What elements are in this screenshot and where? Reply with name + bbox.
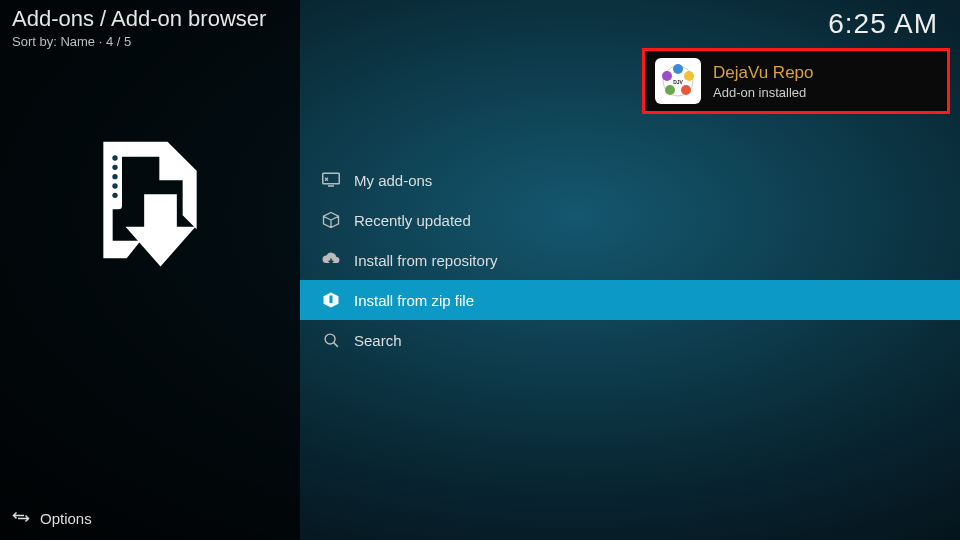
breadcrumb: Add-ons / Add-on browser	[12, 6, 266, 32]
menu-label: My add-ons	[354, 172, 432, 189]
svg-rect-7	[328, 185, 334, 187]
menu-item-recently-updated[interactable]: Recently updated	[300, 200, 960, 240]
addon-menu: My add-ons Recently updated Install from…	[300, 160, 960, 360]
svg-rect-8	[330, 296, 333, 304]
search-icon	[318, 332, 344, 349]
menu-label: Recently updated	[354, 212, 471, 229]
menu-label: Install from zip file	[354, 292, 474, 309]
notification-subtitle: Add-on installed	[713, 85, 814, 100]
svg-point-14	[681, 85, 691, 95]
svg-point-15	[665, 85, 675, 95]
svg-line-10	[333, 342, 337, 346]
sidebar	[0, 0, 300, 540]
svg-point-4	[112, 183, 117, 188]
monitor-icon	[318, 172, 344, 188]
menu-item-my-addons[interactable]: My add-ons	[300, 160, 960, 200]
svg-point-2	[112, 165, 117, 170]
svg-point-12	[673, 64, 683, 74]
svg-point-3	[112, 174, 117, 179]
box-icon	[318, 211, 344, 229]
svg-point-1	[112, 155, 117, 160]
package-download-icon	[80, 130, 220, 270]
menu-item-install-repository[interactable]: Install from repository	[300, 240, 960, 280]
svg-point-5	[112, 193, 117, 198]
menu-item-install-zip[interactable]: Install from zip file	[300, 280, 960, 320]
options-button[interactable]: Options	[12, 509, 92, 528]
menu-label: Search	[354, 332, 402, 349]
svg-text:DJV: DJV	[673, 79, 683, 85]
notification-title: DejaVu Repo	[713, 63, 814, 83]
cloud-down-icon	[318, 252, 344, 268]
notification-addon-icon: DJV	[655, 58, 701, 104]
sort-indicator: Sort by: Name · 4 / 5	[12, 34, 131, 49]
arrows-icon	[12, 509, 30, 528]
notification-toast: DJV DejaVu Repo Add-on installed	[642, 48, 950, 114]
svg-point-16	[662, 71, 672, 81]
menu-item-search[interactable]: Search	[300, 320, 960, 360]
svg-point-13	[684, 71, 694, 81]
clock: 6:25 AM	[828, 8, 938, 40]
svg-point-9	[325, 334, 335, 344]
options-label: Options	[40, 510, 92, 527]
zip-icon	[318, 291, 344, 309]
menu-label: Install from repository	[354, 252, 497, 269]
